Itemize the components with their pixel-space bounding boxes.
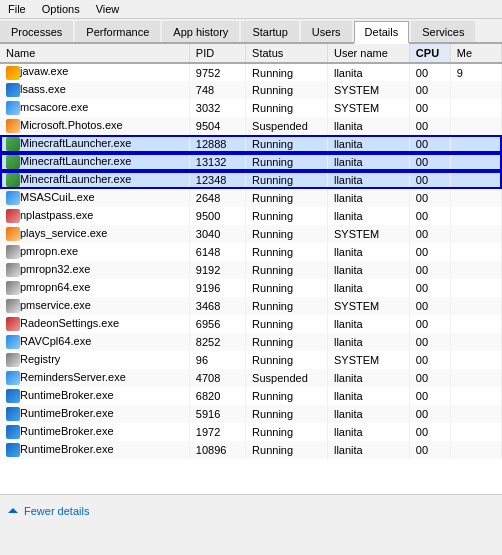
table-row[interactable]: RuntimeBroker.exe6820Runningllanita00 [0,387,502,405]
red-icon [6,209,20,223]
table-row[interactable]: nplastpass.exe9500Runningllanita00 [0,207,502,225]
process-status: Running [246,243,328,261]
process-memory [450,153,501,171]
table-row[interactable]: RuntimeBroker.exe10896Runningllanita00 [0,441,502,459]
table-row[interactable]: pmropn32.exe9192Runningllanita00 [0,261,502,279]
process-memory: 9 [450,63,501,81]
tab-performance[interactable]: Performance [75,21,160,42]
process-status: Running [246,99,328,117]
process-user: llanita [327,153,409,171]
table-row[interactable]: RadeonSettings.exe6956Runningllanita00 [0,315,502,333]
process-status: Running [246,333,328,351]
blue-icon [6,335,20,349]
tab-bar: ProcessesPerformanceApp historyStartupUs… [0,19,502,44]
tab-startup[interactable]: Startup [241,21,298,42]
col-memory[interactable]: Me [450,44,501,63]
tab-processes[interactable]: Processes [0,21,73,42]
table-row[interactable]: MinecraftLauncher.exe12348Runningllanita… [0,171,502,189]
table-row[interactable]: RemindersServer.exe4708Suspendedllanita0… [0,369,502,387]
tab-details[interactable]: Details [354,21,410,44]
process-cpu: 00 [409,405,450,423]
process-memory [450,99,501,117]
process-cpu: 00 [409,333,450,351]
process-user: SYSTEM [327,225,409,243]
table-body: javaw.exe9752Runningllanita009lsass.exe7… [0,63,502,459]
process-status: Running [246,189,328,207]
process-cpu: 00 [409,117,450,135]
process-user: llanita [327,207,409,225]
process-memory [450,405,501,423]
process-cpu: 00 [409,189,450,207]
process-user: llanita [327,423,409,441]
process-cpu: 00 [409,351,450,369]
col-pid[interactable]: PID [189,44,245,63]
col-name[interactable]: Name [0,44,189,63]
table-row[interactable]: RAVCpl64.exe8252Runningllanita00 [0,333,502,351]
table-row[interactable]: plays_service.exe3040RunningSYSTEM00 [0,225,502,243]
process-name: RuntimeBroker.exe [20,425,114,437]
process-name: pmservice.exe [20,299,91,311]
system-icon [6,83,20,97]
process-pid: 3032 [189,99,245,117]
process-name: nplastpass.exe [20,209,93,221]
table-row[interactable]: javaw.exe9752Runningllanita009 [0,63,502,81]
process-name: MinecraftLauncher.exe [20,155,131,167]
process-status: Running [246,261,328,279]
tab-app-history[interactable]: App history [162,21,239,42]
process-name: pmropn32.exe [20,263,90,275]
process-status: Running [246,387,328,405]
table-row[interactable]: pmservice.exe3468RunningSYSTEM00 [0,297,502,315]
process-user: llanita [327,279,409,297]
fewer-details-button[interactable]: Fewer details [24,505,89,517]
table-row[interactable]: RuntimeBroker.exe5916Runningllanita00 [0,405,502,423]
process-name: Microsoft.Photos.exe [20,119,123,131]
table-row[interactable]: MinecraftLauncher.exe12888Runningllanita… [0,135,502,153]
process-pid: 9752 [189,63,245,81]
table-row[interactable]: MSASCuiL.exe2648Runningllanita00 [0,189,502,207]
process-user: SYSTEM [327,81,409,99]
orange-icon [6,227,20,241]
table-row[interactable]: MinecraftLauncher.exe13132Runningllanita… [0,153,502,171]
process-user: SYSTEM [327,297,409,315]
tab-services[interactable]: Services [411,21,475,42]
table-row[interactable]: lsass.exe748RunningSYSTEM00 [0,81,502,99]
process-status: Running [246,135,328,153]
gray-icon [6,353,20,367]
system-icon [6,425,20,439]
process-cpu: 00 [409,63,450,81]
process-status: Running [246,279,328,297]
table-row[interactable]: mcsacore.exe3032RunningSYSTEM00 [0,99,502,117]
menu-options[interactable]: Options [40,2,82,16]
process-cpu: 00 [409,243,450,261]
table-row[interactable]: RuntimeBroker.exe1972Runningllanita00 [0,423,502,441]
table-row[interactable]: pmropn64.exe9196Runningllanita00 [0,279,502,297]
process-name: RuntimeBroker.exe [20,443,114,455]
table-row[interactable]: pmropn.exe6148Runningllanita00 [0,243,502,261]
process-user: llanita [327,117,409,135]
process-cpu: 00 [409,279,450,297]
process-memory [450,279,501,297]
process-memory [450,369,501,387]
java-icon [6,66,20,80]
process-memory [450,261,501,279]
menu-file[interactable]: File [6,2,28,16]
col-cpu[interactable]: CPU [409,44,450,63]
process-user: llanita [327,369,409,387]
col-username[interactable]: User name [327,44,409,63]
menu-view[interactable]: View [94,2,122,16]
process-memory [450,297,501,315]
menu-bar: File Options View [0,0,502,19]
table-row[interactable]: Microsoft.Photos.exe9504Suspendedllanita… [0,117,502,135]
process-pid: 9504 [189,117,245,135]
process-memory [450,207,501,225]
process-pid: 12888 [189,135,245,153]
table-row[interactable]: Registry96RunningSYSTEM00 [0,351,502,369]
process-cpu: 00 [409,423,450,441]
process-user: llanita [327,315,409,333]
process-memory [450,423,501,441]
col-status[interactable]: Status [246,44,328,63]
process-user: llanita [327,261,409,279]
tab-users[interactable]: Users [301,21,352,42]
process-name: RemindersServer.exe [20,371,126,383]
process-status: Running [246,315,328,333]
